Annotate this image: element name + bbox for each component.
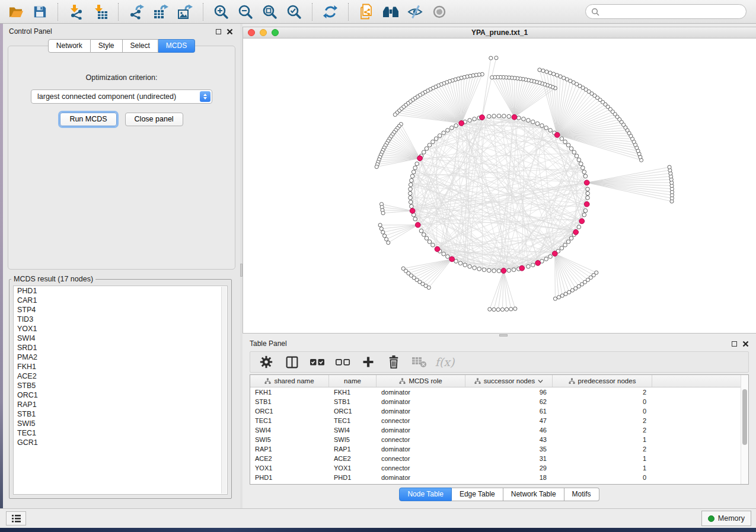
mcds-result-item[interactable]: CAR1 <box>14 296 227 305</box>
table-cell[interactable]: 31 <box>465 454 553 463</box>
mcds-result-item[interactable]: PMA2 <box>14 352 227 362</box>
show-column-button[interactable] <box>284 354 299 370</box>
mcds-result-item[interactable]: YOX1 <box>14 324 227 334</box>
table-cell[interactable]: RAP1 <box>329 444 377 454</box>
table-cell[interactable]: FKH1 <box>250 387 329 397</box>
table-scrollbar[interactable] <box>741 375 748 484</box>
column-header-shared-name[interactable]: shared name <box>250 375 329 387</box>
deselect-all-button[interactable] <box>335 354 350 370</box>
table-cell[interactable]: STB1 <box>250 397 329 406</box>
delete-table-button[interactable] <box>412 354 427 370</box>
mcds-result-item[interactable]: SWI5 <box>14 419 227 428</box>
mcds-node[interactable] <box>449 257 455 262</box>
table-cell[interactable]: 2 <box>553 425 652 435</box>
table-cell[interactable]: STB1 <box>329 397 377 406</box>
table-cell[interactable]: 96 <box>465 387 553 397</box>
mcds-node[interactable] <box>579 219 585 224</box>
table-cell[interactable]: 47 <box>465 416 553 425</box>
add-row-button[interactable] <box>361 354 376 370</box>
table-cell[interactable]: YOX1 <box>250 463 329 473</box>
float-panel-icon[interactable] <box>216 29 221 34</box>
node-table[interactable]: shared namenameMCDS rolesuccessor nodesp… <box>250 374 749 485</box>
close-panel-button[interactable]: Close panel <box>125 113 183 126</box>
task-history-button[interactable] <box>6 511 26 525</box>
mcds-result-item[interactable]: FKH1 <box>14 362 227 371</box>
mcds-result-item[interactable]: STB1 <box>14 409 227 419</box>
mcds-result-item[interactable]: TID3 <box>14 315 227 324</box>
tab-style[interactable]: Style <box>91 39 123 53</box>
save-session-button[interactable] <box>30 2 49 21</box>
mcds-node[interactable] <box>417 156 423 161</box>
table-cell[interactable]: 0 <box>553 473 652 482</box>
table-cell[interactable]: 2 <box>553 444 652 454</box>
mcds-result-item[interactable]: RAP1 <box>14 400 227 409</box>
zoom-selected-button[interactable] <box>285 2 304 21</box>
table-cell[interactable]: 2 <box>553 387 652 397</box>
table-cell[interactable]: SWI4 <box>250 425 329 435</box>
search-field[interactable] <box>585 4 747 19</box>
mcds-node[interactable] <box>415 222 420 227</box>
table-cell[interactable]: SWI5 <box>250 435 329 444</box>
table-cell[interactable]: 61 <box>465 406 553 416</box>
run-mcds-button[interactable]: Run MCDS <box>60 113 116 126</box>
import-table-button[interactable] <box>91 2 110 21</box>
table-cell[interactable]: dominator <box>377 397 465 406</box>
table-cell[interactable]: YOX1 <box>329 463 377 473</box>
network-window-titlebar[interactable]: YPA_prune.txt_1 <box>243 27 756 39</box>
table-cell[interactable]: RAP1 <box>250 444 329 454</box>
table-cell[interactable]: SWI5 <box>329 435 377 444</box>
close-panel-icon[interactable] <box>742 341 749 347</box>
mcds-node[interactable] <box>410 209 415 214</box>
table-cell[interactable]: connector <box>377 435 465 444</box>
function-builder-button[interactable]: f(x) <box>437 354 452 370</box>
table-cell[interactable]: 43 <box>465 435 553 444</box>
table-cell[interactable]: 1 <box>553 463 652 473</box>
table-row[interactable]: SWI4SWI4dominator462 <box>250 425 748 435</box>
tab-mcds[interactable]: MCDS <box>158 39 195 53</box>
mcds-node[interactable] <box>519 265 525 271</box>
table-cell[interactable]: TEC1 <box>250 416 329 425</box>
mcds-result-item[interactable]: PHD1 <box>14 286 227 296</box>
tab-network-table[interactable]: Network Table <box>503 488 564 501</box>
mcds-node[interactable] <box>480 115 485 120</box>
mcds-node[interactable] <box>573 229 579 235</box>
mcds-result-item[interactable]: STB5 <box>14 381 227 390</box>
column-header-successor-nodes[interactable]: successor nodes <box>465 375 553 387</box>
mcds-node[interactable] <box>512 114 517 120</box>
tab-select[interactable]: Select <box>123 39 158 53</box>
export-image-button[interactable] <box>176 2 194 21</box>
optimization-criterion-select[interactable]: largest connected component (undirected) <box>31 89 212 104</box>
mcds-node[interactable] <box>535 261 541 266</box>
table-cell[interactable]: 0 <box>553 397 652 406</box>
table-cell[interactable]: 1 <box>553 435 652 444</box>
zoom-out-button[interactable] <box>236 2 255 21</box>
import-network-button[interactable] <box>66 2 85 21</box>
table-cell[interactable]: dominator <box>377 425 465 435</box>
table-cell[interactable]: 46 <box>465 425 553 435</box>
table-cell[interactable]: ORC1 <box>329 406 377 416</box>
table-row[interactable]: ACE2ACE2connector311 <box>250 454 748 463</box>
table-scrollbar-thumb[interactable] <box>742 389 747 445</box>
table-cell[interactable]: 2 <box>553 416 652 425</box>
table-cell[interactable]: connector <box>377 463 465 473</box>
mcds-node[interactable] <box>554 132 560 137</box>
select-all-button[interactable] <box>310 354 325 370</box>
table-cell[interactable]: PHD1 <box>329 473 377 482</box>
table-row[interactable]: SWI5SWI5connector431 <box>250 435 748 444</box>
mcds-result-item[interactable]: TEC1 <box>14 428 227 438</box>
table-row[interactable]: ORC1ORC1dominator610 <box>250 406 748 416</box>
open-file-button[interactable] <box>6 2 25 21</box>
table-row[interactable]: FKH1FKH1dominator962 <box>250 387 748 397</box>
mcds-node[interactable] <box>584 180 589 185</box>
table-row[interactable]: PHD1PHD1dominator180 <box>250 473 748 482</box>
export-network-button[interactable] <box>127 2 146 21</box>
table-cell[interactable]: dominator <box>377 387 465 397</box>
first-neighbors-button[interactable] <box>381 2 400 21</box>
table-cell[interactable]: 29 <box>465 463 553 473</box>
table-row[interactable]: STB1STB1dominator620 <box>250 397 748 406</box>
table-cell[interactable]: ACE2 <box>250 454 329 463</box>
table-cell[interactable]: ORC1 <box>250 406 329 416</box>
table-cell[interactable]: dominator <box>377 406 465 416</box>
search-input[interactable] <box>602 6 740 18</box>
table-cell[interactable]: 62 <box>465 397 553 406</box>
